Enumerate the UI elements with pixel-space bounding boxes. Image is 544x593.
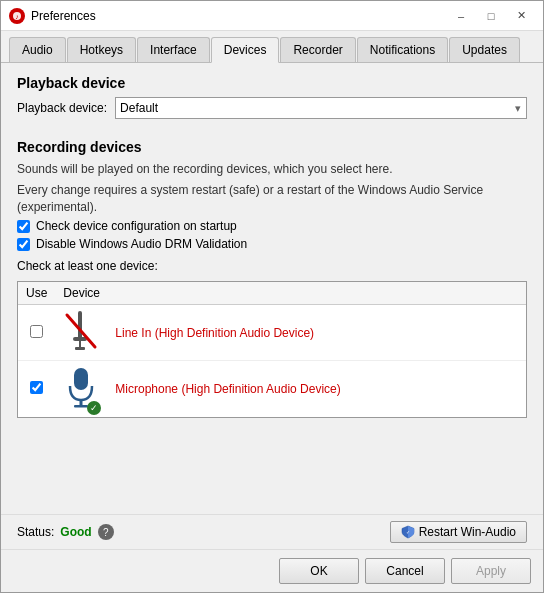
restart-label: Restart Win-Audio [419,525,516,539]
shield-icon: ✓ [401,525,415,539]
recording-desc1: Sounds will be played on the recording d… [17,161,527,178]
svg-rect-7 [74,368,88,390]
microphone-name: Microphone (High Definition Audio Device… [107,361,526,417]
line-in-checkbox[interactable] [30,325,43,338]
help-icon[interactable]: ? [98,524,114,540]
device-table: Use Device [18,282,526,417]
col-device: Device [55,282,526,305]
apply-button[interactable]: Apply [451,558,531,584]
restart-button[interactable]: ✓ Restart Win-Audio [390,521,527,543]
line-in-icon [63,309,99,353]
mic-active-badge: ✓ [87,401,101,415]
title-bar: ♪ Preferences – □ ✕ [1,1,543,31]
tab-devices[interactable]: Devices [211,37,280,63]
svg-rect-2 [78,311,82,339]
playback-dropdown[interactable]: Default [115,97,527,119]
mic-icon-cell: ✓ [55,361,107,417]
maximize-button[interactable]: □ [477,6,505,26]
status-left: Status: Good ? [17,524,114,540]
microphone-checkbox[interactable] [30,381,43,394]
minimize-button[interactable]: – [447,6,475,26]
col-use: Use [18,282,55,305]
check-drm-checkbox[interactable] [17,238,30,251]
line-in-name: Line In (High Definition Audio Device) [107,305,526,361]
check-drm-label[interactable]: Disable Windows Audio DRM Validation [36,237,247,251]
table-row: ✓ Microphone (High Definition Audio Devi… [18,361,526,417]
tab-updates[interactable]: Updates [449,37,520,62]
tab-notifications[interactable]: Notifications [357,37,448,62]
playback-dropdown-wrapper: Default [115,97,527,119]
line-in-check-cell [18,305,55,361]
playback-field-row: Playback device: Default [17,97,527,119]
recording-section: Recording devices Sounds will be played … [17,139,527,418]
close-button[interactable]: ✕ [507,6,535,26]
playback-label: Playback device: [17,101,107,115]
svg-text:✓: ✓ [406,529,410,535]
app-icon: ♪ [9,8,25,24]
svg-text:♪: ♪ [15,13,19,20]
check-startup-row: Check device configuration on startup [17,219,527,233]
svg-rect-9 [74,405,88,408]
cancel-button[interactable]: Cancel [365,558,445,584]
status-value: Good [60,525,91,539]
tab-audio[interactable]: Audio [9,37,66,62]
bottom-bar: OK Cancel Apply [1,549,543,592]
playback-title: Playback device [17,75,527,91]
tab-interface[interactable]: Interface [137,37,210,62]
tab-recorder[interactable]: Recorder [280,37,355,62]
tab-hotkeys[interactable]: Hotkeys [67,37,136,62]
main-content: Playback device Playback device: Default… [1,63,543,514]
window-title: Preferences [31,9,447,23]
check-drm-row: Disable Windows Audio DRM Validation [17,237,527,251]
status-bar: Status: Good ? ✓ Restart Win-Audio [1,514,543,549]
ok-button[interactable]: OK [279,558,359,584]
check-startup-checkbox[interactable] [17,220,30,233]
recording-desc2: Every change requires a system restart (… [17,182,527,216]
microphone-icon-wrapper: ✓ [63,366,99,413]
status-label: Status: [17,525,54,539]
window-controls: – □ ✕ [447,6,535,26]
mic-check-cell [18,361,55,417]
svg-rect-5 [75,347,85,350]
recording-title: Recording devices [17,139,527,155]
line-in-icon-cell [55,305,107,361]
playback-section: Playback device Playback device: Default [17,75,527,127]
device-table-container: Use Device [17,281,527,418]
preferences-window: ♪ Preferences – □ ✕ Audio Hotkeys Interf… [0,0,544,593]
check-hint: Check at least one device: [17,259,527,273]
check-startup-label[interactable]: Check device configuration on startup [36,219,237,233]
table-row: Line In (High Definition Audio Device) [18,305,526,361]
tab-bar: Audio Hotkeys Interface Devices Recorder… [1,31,543,63]
